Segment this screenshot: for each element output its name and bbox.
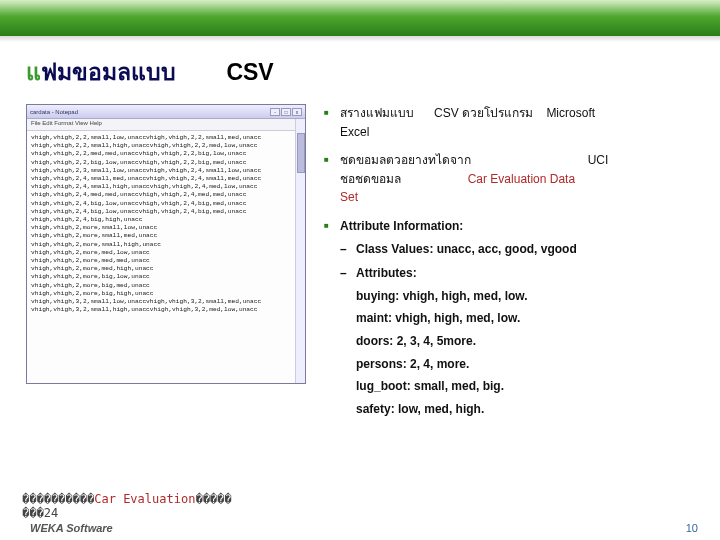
scrollbar <box>295 119 305 383</box>
content-row: cardata - Notepad - □ x File Edit Format… <box>26 104 694 428</box>
bullet-1: สรางแฟมแบบ CSV ดวยโปรแกรม Microsoft Exce… <box>324 104 694 141</box>
title-csv: CSV <box>226 59 273 86</box>
page-number: 10 <box>686 522 698 534</box>
slide-body: แฟมขอมลแบบ CSV cardata - Notepad - □ x F… <box>0 36 720 540</box>
attr-persons: persons: 2, 4, more. <box>356 355 694 374</box>
notepad-menubar: File Edit Format View Help <box>27 119 305 131</box>
attr-buying: buying: vhigh, high, med, low. <box>356 287 694 306</box>
attr-info-title: Attribute Information: <box>340 219 463 233</box>
attr-lug: lug_boot: small, med, big. <box>356 377 694 396</box>
maximize-icon: □ <box>281 108 291 116</box>
bullet-2: ชดขอมลตวอยางทไดจาก UCI ชอชดขอมล Car Eval… <box>324 151 694 207</box>
bullet-3: Attribute Information: Class Values: una… <box>324 217 694 418</box>
attr-doors: doors: 2, 3, 4, 5more. <box>356 332 694 351</box>
title-rest: ฟมขอมลแบบ <box>41 59 176 85</box>
notepad-screenshot: cardata - Notepad - □ x File Edit Format… <box>26 104 306 384</box>
notepad-title: cardata - Notepad <box>30 109 78 115</box>
close-icon: x <box>292 108 302 116</box>
slide-title: แฟมขอมลแบบ CSV <box>26 54 694 90</box>
notepad-text: vhigh,vhigh,2,2,small,low,unaccvhigh,vhi… <box>27 131 305 317</box>
header-bar <box>0 0 720 36</box>
scrollbar-thumb <box>297 133 305 173</box>
notepad-titlebar: cardata - Notepad - □ x <box>27 105 305 119</box>
footer-text: WEKA Software <box>30 522 113 534</box>
caption-highlight: Car Evaluation <box>94 492 195 506</box>
attr-maint: maint: vhigh, high, med, low. <box>356 309 694 328</box>
minimize-icon: - <box>270 108 280 116</box>
dataset-name: Car Evaluation Data <box>468 172 575 186</box>
bullet-list: สรางแฟมแบบ CSV ดวยโปรแกรม Microsoft Exce… <box>324 104 694 428</box>
window-buttons: - □ x <box>270 108 302 116</box>
attributes-label: Attributes: buying: vhigh, high, med, lo… <box>340 264 694 418</box>
attr-safety: safety: low, med, high. <box>356 400 694 419</box>
class-values: Class Values: unacc, acc, good, vgood <box>340 240 694 259</box>
bottom-caption: ����������Car Evaluation����� ���24 <box>22 492 232 520</box>
title-accent: แ <box>26 59 41 85</box>
